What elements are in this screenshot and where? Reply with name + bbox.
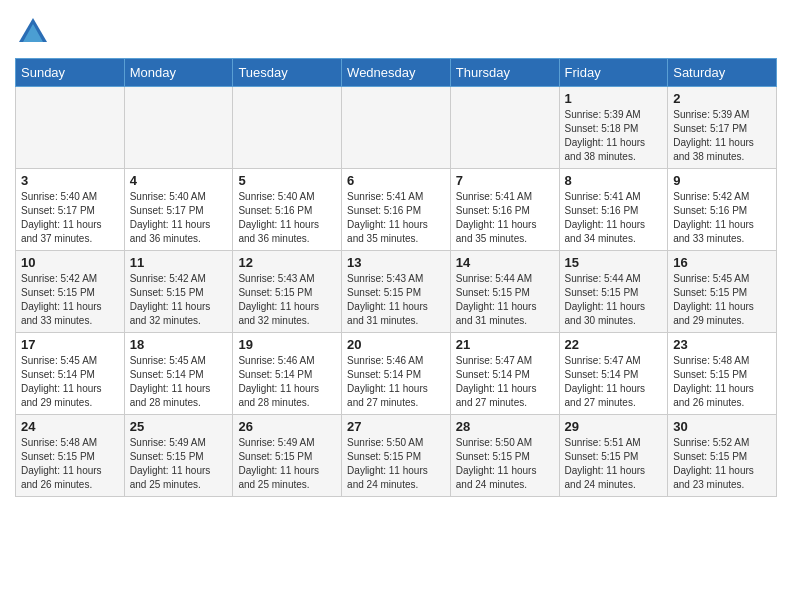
day-number: 25 bbox=[130, 419, 228, 434]
empty-cell bbox=[124, 87, 233, 169]
calendar-table: SundayMondayTuesdayWednesdayThursdayFrid… bbox=[15, 58, 777, 497]
day-cell-20: 20Sunrise: 5:46 AM Sunset: 5:14 PM Dayli… bbox=[342, 333, 451, 415]
empty-cell bbox=[450, 87, 559, 169]
day-cell-6: 6Sunrise: 5:41 AM Sunset: 5:16 PM Daylig… bbox=[342, 169, 451, 251]
weekday-header-friday: Friday bbox=[559, 59, 668, 87]
day-cell-14: 14Sunrise: 5:44 AM Sunset: 5:15 PM Dayli… bbox=[450, 251, 559, 333]
day-number: 3 bbox=[21, 173, 119, 188]
day-detail: Sunrise: 5:45 AM Sunset: 5:15 PM Dayligh… bbox=[673, 272, 771, 328]
day-detail: Sunrise: 5:52 AM Sunset: 5:15 PM Dayligh… bbox=[673, 436, 771, 492]
day-number: 10 bbox=[21, 255, 119, 270]
day-cell-25: 25Sunrise: 5:49 AM Sunset: 5:15 PM Dayli… bbox=[124, 415, 233, 497]
day-number: 11 bbox=[130, 255, 228, 270]
day-number: 4 bbox=[130, 173, 228, 188]
day-cell-3: 3Sunrise: 5:40 AM Sunset: 5:17 PM Daylig… bbox=[16, 169, 125, 251]
day-detail: Sunrise: 5:40 AM Sunset: 5:16 PM Dayligh… bbox=[238, 190, 336, 246]
day-cell-5: 5Sunrise: 5:40 AM Sunset: 5:16 PM Daylig… bbox=[233, 169, 342, 251]
week-row-4: 17Sunrise: 5:45 AM Sunset: 5:14 PM Dayli… bbox=[16, 333, 777, 415]
day-detail: Sunrise: 5:48 AM Sunset: 5:15 PM Dayligh… bbox=[673, 354, 771, 410]
day-number: 7 bbox=[456, 173, 554, 188]
logo bbox=[15, 14, 55, 50]
day-detail: Sunrise: 5:40 AM Sunset: 5:17 PM Dayligh… bbox=[130, 190, 228, 246]
empty-cell bbox=[16, 87, 125, 169]
header bbox=[15, 10, 777, 50]
day-number: 14 bbox=[456, 255, 554, 270]
day-number: 5 bbox=[238, 173, 336, 188]
day-cell-21: 21Sunrise: 5:47 AM Sunset: 5:14 PM Dayli… bbox=[450, 333, 559, 415]
day-cell-17: 17Sunrise: 5:45 AM Sunset: 5:14 PM Dayli… bbox=[16, 333, 125, 415]
day-number: 21 bbox=[456, 337, 554, 352]
weekday-header-tuesday: Tuesday bbox=[233, 59, 342, 87]
day-cell-10: 10Sunrise: 5:42 AM Sunset: 5:15 PM Dayli… bbox=[16, 251, 125, 333]
day-detail: Sunrise: 5:41 AM Sunset: 5:16 PM Dayligh… bbox=[456, 190, 554, 246]
empty-cell bbox=[233, 87, 342, 169]
day-detail: Sunrise: 5:41 AM Sunset: 5:16 PM Dayligh… bbox=[347, 190, 445, 246]
day-detail: Sunrise: 5:47 AM Sunset: 5:14 PM Dayligh… bbox=[565, 354, 663, 410]
day-number: 19 bbox=[238, 337, 336, 352]
day-number: 17 bbox=[21, 337, 119, 352]
day-detail: Sunrise: 5:42 AM Sunset: 5:15 PM Dayligh… bbox=[130, 272, 228, 328]
week-row-3: 10Sunrise: 5:42 AM Sunset: 5:15 PM Dayli… bbox=[16, 251, 777, 333]
day-cell-11: 11Sunrise: 5:42 AM Sunset: 5:15 PM Dayli… bbox=[124, 251, 233, 333]
day-detail: Sunrise: 5:51 AM Sunset: 5:15 PM Dayligh… bbox=[565, 436, 663, 492]
day-number: 27 bbox=[347, 419, 445, 434]
day-number: 28 bbox=[456, 419, 554, 434]
weekday-header-sunday: Sunday bbox=[16, 59, 125, 87]
day-detail: Sunrise: 5:50 AM Sunset: 5:15 PM Dayligh… bbox=[456, 436, 554, 492]
day-detail: Sunrise: 5:49 AM Sunset: 5:15 PM Dayligh… bbox=[238, 436, 336, 492]
week-row-2: 3Sunrise: 5:40 AM Sunset: 5:17 PM Daylig… bbox=[16, 169, 777, 251]
week-row-1: 1Sunrise: 5:39 AM Sunset: 5:18 PM Daylig… bbox=[16, 87, 777, 169]
day-detail: Sunrise: 5:42 AM Sunset: 5:16 PM Dayligh… bbox=[673, 190, 771, 246]
day-number: 12 bbox=[238, 255, 336, 270]
day-number: 29 bbox=[565, 419, 663, 434]
day-detail: Sunrise: 5:44 AM Sunset: 5:15 PM Dayligh… bbox=[565, 272, 663, 328]
day-detail: Sunrise: 5:39 AM Sunset: 5:17 PM Dayligh… bbox=[673, 108, 771, 164]
empty-cell bbox=[342, 87, 451, 169]
day-detail: Sunrise: 5:45 AM Sunset: 5:14 PM Dayligh… bbox=[130, 354, 228, 410]
day-cell-2: 2Sunrise: 5:39 AM Sunset: 5:17 PM Daylig… bbox=[668, 87, 777, 169]
day-number: 24 bbox=[21, 419, 119, 434]
day-number: 20 bbox=[347, 337, 445, 352]
day-cell-13: 13Sunrise: 5:43 AM Sunset: 5:15 PM Dayli… bbox=[342, 251, 451, 333]
day-cell-4: 4Sunrise: 5:40 AM Sunset: 5:17 PM Daylig… bbox=[124, 169, 233, 251]
day-cell-19: 19Sunrise: 5:46 AM Sunset: 5:14 PM Dayli… bbox=[233, 333, 342, 415]
day-number: 23 bbox=[673, 337, 771, 352]
day-cell-8: 8Sunrise: 5:41 AM Sunset: 5:16 PM Daylig… bbox=[559, 169, 668, 251]
day-detail: Sunrise: 5:41 AM Sunset: 5:16 PM Dayligh… bbox=[565, 190, 663, 246]
day-detail: Sunrise: 5:40 AM Sunset: 5:17 PM Dayligh… bbox=[21, 190, 119, 246]
weekday-header-row: SundayMondayTuesdayWednesdayThursdayFrid… bbox=[16, 59, 777, 87]
day-detail: Sunrise: 5:43 AM Sunset: 5:15 PM Dayligh… bbox=[238, 272, 336, 328]
day-number: 22 bbox=[565, 337, 663, 352]
day-cell-29: 29Sunrise: 5:51 AM Sunset: 5:15 PM Dayli… bbox=[559, 415, 668, 497]
day-detail: Sunrise: 5:50 AM Sunset: 5:15 PM Dayligh… bbox=[347, 436, 445, 492]
day-cell-23: 23Sunrise: 5:48 AM Sunset: 5:15 PM Dayli… bbox=[668, 333, 777, 415]
day-cell-26: 26Sunrise: 5:49 AM Sunset: 5:15 PM Dayli… bbox=[233, 415, 342, 497]
day-detail: Sunrise: 5:44 AM Sunset: 5:15 PM Dayligh… bbox=[456, 272, 554, 328]
day-number: 9 bbox=[673, 173, 771, 188]
weekday-header-saturday: Saturday bbox=[668, 59, 777, 87]
day-number: 2 bbox=[673, 91, 771, 106]
weekday-header-wednesday: Wednesday bbox=[342, 59, 451, 87]
day-cell-30: 30Sunrise: 5:52 AM Sunset: 5:15 PM Dayli… bbox=[668, 415, 777, 497]
day-cell-18: 18Sunrise: 5:45 AM Sunset: 5:14 PM Dayli… bbox=[124, 333, 233, 415]
day-cell-28: 28Sunrise: 5:50 AM Sunset: 5:15 PM Dayli… bbox=[450, 415, 559, 497]
day-detail: Sunrise: 5:46 AM Sunset: 5:14 PM Dayligh… bbox=[347, 354, 445, 410]
day-cell-9: 9Sunrise: 5:42 AM Sunset: 5:16 PM Daylig… bbox=[668, 169, 777, 251]
day-number: 15 bbox=[565, 255, 663, 270]
day-detail: Sunrise: 5:47 AM Sunset: 5:14 PM Dayligh… bbox=[456, 354, 554, 410]
day-detail: Sunrise: 5:46 AM Sunset: 5:14 PM Dayligh… bbox=[238, 354, 336, 410]
day-detail: Sunrise: 5:45 AM Sunset: 5:14 PM Dayligh… bbox=[21, 354, 119, 410]
logo-icon bbox=[15, 14, 51, 50]
day-number: 30 bbox=[673, 419, 771, 434]
week-row-5: 24Sunrise: 5:48 AM Sunset: 5:15 PM Dayli… bbox=[16, 415, 777, 497]
weekday-header-monday: Monday bbox=[124, 59, 233, 87]
page: SundayMondayTuesdayWednesdayThursdayFrid… bbox=[0, 0, 792, 512]
day-number: 13 bbox=[347, 255, 445, 270]
day-detail: Sunrise: 5:49 AM Sunset: 5:15 PM Dayligh… bbox=[130, 436, 228, 492]
day-cell-22: 22Sunrise: 5:47 AM Sunset: 5:14 PM Dayli… bbox=[559, 333, 668, 415]
day-number: 1 bbox=[565, 91, 663, 106]
day-number: 18 bbox=[130, 337, 228, 352]
day-cell-15: 15Sunrise: 5:44 AM Sunset: 5:15 PM Dayli… bbox=[559, 251, 668, 333]
day-detail: Sunrise: 5:39 AM Sunset: 5:18 PM Dayligh… bbox=[565, 108, 663, 164]
day-cell-12: 12Sunrise: 5:43 AM Sunset: 5:15 PM Dayli… bbox=[233, 251, 342, 333]
